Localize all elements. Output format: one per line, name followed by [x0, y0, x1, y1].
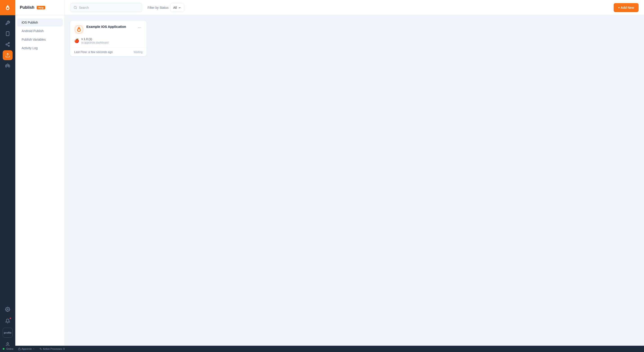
sub-nav-items: iOS Publish Android Publish Publish Vari… — [15, 15, 64, 346]
main-content: Filter by Status All + Add New — [65, 0, 644, 346]
nav-publish[interactable] — [3, 50, 12, 60]
sidebar-item-ios-publish[interactable]: iOS Publish — [17, 18, 63, 26]
nav-account[interactable] — [3, 340, 12, 346]
search-icon — [74, 6, 77, 9]
svg-point-4 — [8, 42, 10, 44]
sub-nav-header: Publish Help — [15, 0, 64, 15]
svg-point-16 — [7, 343, 8, 344]
chevron-up-icon — [32, 348, 35, 350]
app-meta: 🍎 v 1.0 (1) io.appcircle.dashboard — [70, 37, 146, 47]
filter-label: Filter by Status — [148, 6, 168, 9]
active-processes: Active Processes: 0 — [39, 348, 65, 350]
svg-point-21 — [78, 29, 80, 31]
activity-icon — [39, 348, 42, 350]
filter-group: Filter by Status All — [148, 3, 184, 12]
svg-point-5 — [6, 44, 7, 45]
svg-line-8 — [7, 43, 8, 44]
sub-nav-title: Publish — [20, 5, 34, 10]
svg-point-1 — [7, 7, 8, 9]
apple-icon: 🍎 — [74, 38, 79, 43]
svg-point-15 — [7, 309, 8, 310]
svg-line-18 — [76, 8, 77, 9]
app-icon — [74, 25, 84, 34]
svg-point-17 — [74, 6, 76, 9]
app-info: Example iOS Application — [86, 25, 134, 28]
logo-button[interactable] — [0, 0, 15, 15]
svg-rect-10 — [6, 65, 7, 67]
app-card-footer: Last Flow: a few seconds ago Waiting — [70, 47, 146, 56]
nav-integrations[interactable] — [3, 61, 12, 71]
nav-profile-ap[interactable]: profile — [3, 328, 12, 338]
more-options-button[interactable]: ··· — [136, 25, 142, 30]
online-dot — [3, 348, 4, 350]
svg-rect-2 — [6, 32, 9, 36]
active-processes-label: Active Processes: 0 — [43, 348, 65, 350]
nav-settings[interactable] — [3, 304, 12, 314]
filter-value: All — [173, 6, 177, 9]
app-name: Example iOS Application — [86, 25, 134, 28]
app-version: v 1.0 (1) — [82, 37, 108, 41]
chevron-down-icon — [178, 6, 181, 9]
sidebar-item-activity-log[interactable]: Activity Log — [17, 44, 63, 52]
nav-notifications[interactable] — [3, 316, 12, 326]
svg-line-7 — [7, 45, 8, 46]
online-status: Online — [3, 348, 14, 350]
app-card[interactable]: Example iOS Application ··· 🍎 v 1.0 (1) … — [70, 21, 146, 56]
svg-rect-12 — [8, 65, 10, 67]
svg-point-6 — [8, 45, 10, 47]
nav-distribute[interactable] — [3, 39, 12, 49]
appcircle-status: Appcircle — [18, 348, 35, 350]
content-area: Example iOS Application ··· 🍎 v 1.0 (1) … — [65, 15, 644, 346]
sidebar-item-publish-variables[interactable]: Publish Variables — [17, 35, 63, 43]
nav-build[interactable] — [3, 18, 12, 28]
filter-select[interactable]: All — [170, 3, 184, 12]
search-input[interactable] — [79, 6, 139, 9]
appcircle-label: Appcircle — [22, 348, 32, 350]
profile-initials: profile — [4, 331, 12, 334]
search-box[interactable] — [70, 3, 142, 12]
icon-rail: profile — [0, 0, 15, 346]
add-new-button[interactable]: + Add New — [614, 3, 638, 12]
sidebar-item-android-publish[interactable]: Android Publish — [17, 27, 63, 35]
nav-test[interactable] — [3, 29, 12, 39]
app-card-header: Example iOS Application ··· — [70, 21, 146, 37]
online-label: Online — [6, 348, 14, 350]
svg-rect-11 — [7, 64, 8, 66]
sub-nav: Publish Help iOS Publish Android Publish… — [15, 0, 65, 346]
status-badge: Waiting — [134, 50, 142, 54]
status-bar: Online Appcircle Active Processes: 0 — [0, 346, 644, 352]
top-bar: Filter by Status All + Add New — [65, 0, 644, 15]
help-badge[interactable]: Help — [37, 6, 45, 9]
app-bundle: io.appcircle.dashboard — [82, 41, 108, 44]
svg-rect-22 — [18, 349, 20, 350]
last-flow-label: Last Flow: a few seconds ago — [74, 50, 113, 54]
lock-icon — [18, 348, 21, 350]
